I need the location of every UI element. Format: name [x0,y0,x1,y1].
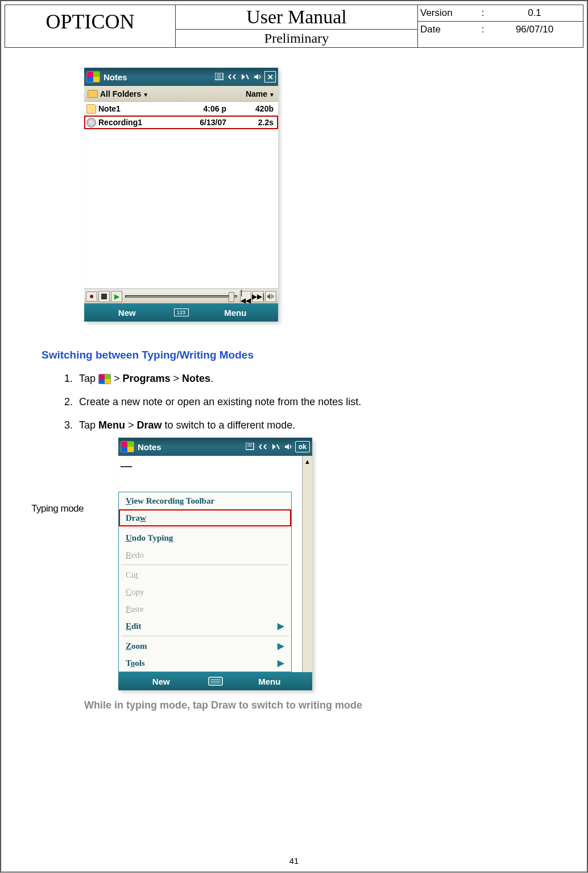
notes-menu-screenshot: Notes ok View Recording Toolbar Draw [118,438,312,690]
brand: OPTICON [5,5,176,47]
recording-icon [86,118,96,127]
window-title: Notes [103,72,213,82]
menu-softkey[interactable]: Menu [193,308,279,318]
svg-line-4 [246,75,249,79]
doc-subtitle: Preliminary [176,30,417,47]
new-softkey[interactable]: New [84,308,170,318]
start-icon[interactable] [86,71,100,83]
date-label: Date [420,24,477,35]
note-size: 2.2s [226,118,274,127]
sort-dropdown[interactable]: Name▼ [246,89,275,98]
prev-button[interactable]: |◀◀ [240,291,251,302]
play-button[interactable]: ▶ [111,291,122,302]
typing-mode-label: Typing mode [16,503,84,514]
list-item[interactable]: Note1 4:06 p 420b [84,102,278,116]
doc-title: User Manual [176,5,417,30]
next-button[interactable]: ▶▶| [252,291,264,302]
note-name: Recording1 [98,118,172,127]
menu-view-recording-toolbar[interactable]: View Recording Toolbar [119,492,291,509]
record-button[interactable]: • [86,291,97,302]
menu-copy: Copy [119,583,291,600]
scroll-up-icon[interactable]: ▲ [304,458,310,465]
playback-slider[interactable] [125,295,237,298]
menu-undo[interactable]: Undo Typing [119,529,291,546]
note-name: Note1 [98,104,172,113]
date-value: 96/07/10 [488,24,581,35]
signal-icon[interactable] [270,441,281,452]
menu-zoom[interactable]: Zoom▶ [119,637,291,654]
doc-header: OPTICON User Manual Preliminary Version … [5,5,583,48]
input-panel-icon[interactable] [204,677,227,686]
figure-caption: While in typing mode, tap Draw to switch… [84,699,552,711]
note-time: 4:06 p [172,104,226,113]
notes-list-screenshot: Notes ✕ All Folders▼ Name▼ [84,68,278,322]
start-icon [98,374,111,384]
soft-key-bar: New 123 Menu [84,303,278,322]
list-item[interactable]: Recording1 6/13/07 2.2s [84,116,278,129]
note-icon [86,104,96,114]
window-titlebar: Notes ✕ [84,68,278,86]
connectivity-icon[interactable] [227,71,238,83]
window-title: Notes [138,442,244,452]
note-time: 6/13/07 [172,118,226,127]
svg-line-11 [277,444,279,449]
doc-meta: Version : 0.1 Date : 96/07/10 [418,5,583,47]
close-icon[interactable]: ✕ [264,71,276,83]
speaker-button[interactable] [265,291,276,302]
version-value: 0.1 [488,7,581,19]
start-icon[interactable] [121,441,134,452]
folder-icon [88,90,98,98]
menu-edit[interactable]: Edit▶ [119,617,291,635]
ime-icon[interactable] [245,441,256,452]
list-empty-area [84,129,278,289]
step-item: Tap Menu > Draw to switch to a different… [76,415,552,438]
note-size: 420b [226,104,274,113]
version-label: Version [420,7,477,19]
list-toolbar: All Folders▼ Name▼ [84,86,278,102]
note-canvas[interactable]: View Recording Toolbar Draw Undo Typing … [118,456,302,672]
input-panel-icon[interactable]: 123 [174,308,189,316]
menu-redo: Redo [119,546,291,563]
menu-softkey[interactable]: Menu [227,677,313,686]
instruction-list: Tap > Programs > Notes. Create a new not… [76,368,552,438]
menu-draw[interactable]: Draw [119,509,291,526]
menu-tools[interactable]: Tools▶ [119,654,291,672]
scrollbar[interactable]: ▲ [302,456,312,672]
menu-paste: Paste [119,600,291,617]
step-item: Tap > Programs > Notes. [76,368,552,392]
folder-dropdown[interactable]: All Folders▼ [100,89,148,98]
meta-sep: : [477,7,488,19]
signal-icon[interactable] [239,71,251,83]
ime-icon[interactable] [214,71,226,83]
context-menu: View Recording Toolbar Draw Undo Typing … [118,492,292,672]
volume-icon[interactable] [252,71,263,83]
stop-button[interactable] [98,291,110,302]
recording-toolbar: • ▶ |◀◀ ▶▶| [84,289,278,303]
ok-button[interactable]: ok [295,441,310,452]
window-titlebar: Notes ok [118,438,312,456]
connectivity-icon[interactable] [258,441,269,452]
page-number: 41 [5,856,583,866]
soft-key-bar: New Menu [118,672,312,690]
notes-list: Note1 4:06 p 420b Recording1 6/13/07 2.2… [84,102,278,129]
new-softkey[interactable]: New [118,677,204,686]
menu-cut: Cut [119,566,291,583]
section-heading: Switching between Typing/Writing Modes [42,349,552,361]
volume-icon[interactable] [283,441,294,452]
meta-sep: : [477,24,488,35]
step-item: Create a new note or open an existing no… [76,392,552,415]
